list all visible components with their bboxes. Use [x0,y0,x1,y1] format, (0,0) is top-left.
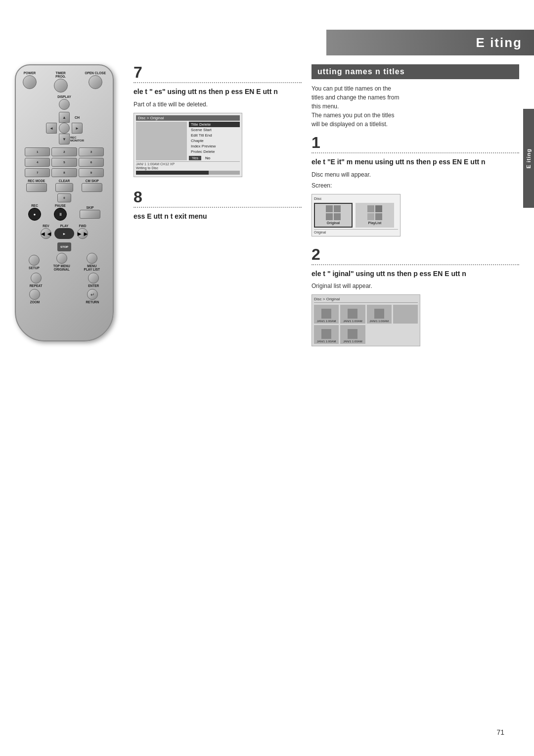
disc-menu-title: Disc [314,196,398,201]
dpad-up[interactable]: ▲ [59,112,70,123]
num-1-button[interactable]: 1 [25,147,50,156]
return-group: ↵ RETURN [86,289,99,304]
num-7-button[interactable]: 7 [25,168,50,177]
screen1-status: JAN/ 1 1:00AM CH12 XP [136,161,240,166]
top-menu-group: TOP MENU ORIGINAL [53,253,70,271]
num-0-button[interactable]: 0 [57,193,71,202]
right-intro: You can put title names on the titles an… [312,84,519,129]
side-tab: E iting [523,109,534,208]
item4-icon [400,312,410,322]
dpad-right[interactable]: ► [72,123,83,134]
fwd-button[interactable]: ►► [77,228,88,239]
repeat-enter-row: REPEAT ENTER [22,273,107,287]
rec-mode-button[interactable] [26,183,47,192]
orig-item-4 [393,305,418,324]
section2-divider [312,264,519,265]
rec-pause-row: REC ● PAUSE ⏸ SKIP [22,204,107,221]
zero-row: 0 [22,193,107,202]
section7-heading: ele t " es" using utt ns then p ess EN E… [134,87,302,97]
skip-group: SKIP [80,206,100,219]
screen1-menu-scene: Scene Start [189,127,240,133]
screen1-menu-index: Index Preview [189,143,240,149]
pause-button[interactable]: ⏸ [54,208,67,221]
screen1-content: Title Delete Scene Start Edit Titl End C… [136,122,240,160]
cm-skip-button[interactable] [82,183,102,192]
dpad-top-row: ▲ CH [46,112,83,123]
clear-group: CLEAR [55,179,73,192]
rec-mode-group: REC MODE [26,179,47,192]
stop-button[interactable]: STOP [57,242,71,251]
repeat-group: REPEAT [30,273,43,287]
remote-top-row: POWER TIMER PROG. OPEN CLOSE [20,70,109,94]
open-close-label: OPEN CLOSE [85,71,106,75]
stop-row: STOP [22,242,107,251]
plist-cell-1 [367,205,374,212]
return-button[interactable]: ↵ [87,289,98,300]
screen1-progress [136,171,240,175]
num-4-button[interactable]: 4 [25,158,50,167]
menu-playlist-group: MENU PLAY LIST [84,253,100,271]
timer-prog-button[interactable] [54,79,68,93]
play-group: PLAY ► [54,224,74,239]
section8-divider [134,207,302,208]
orig-list-mockup: Disc > Original JAN/1 1:00AM JAN/1 1:00A… [312,294,420,346]
rev-button[interactable]: ◄◄ [41,228,51,239]
repeat-button[interactable] [31,273,42,284]
orig-item-3: JAN/1 1:00AM [367,305,392,324]
page-title: E iting [476,35,522,50]
remote-bottom-rows: REC MODE CLEAR CM SKIP 0 [20,178,109,305]
setup-button[interactable] [29,255,40,266]
screen2-bottom-label: Original [314,229,398,234]
screen1-menu: Title Delete Scene Start Edit Titl End C… [189,122,240,160]
screen1-mockup: Disc > Original Title Delete Scene Start… [134,113,242,177]
play-button[interactable]: ► [54,228,74,239]
plist-cell-3 [367,213,374,220]
section1: 1 ele t "E it" m menu using utt ns then … [312,135,519,236]
power-label: POWER [24,71,36,75]
display-button[interactable] [59,99,70,110]
ch-label: CH [75,116,80,119]
num-9-button[interactable]: 9 [79,168,104,177]
disc-playlist-item: PlayList [356,203,394,228]
cm-skip-group: CM SKIP [82,179,102,192]
no-label: No [205,156,210,160]
main-content: 7 ele t " es" using utt ns then p ess EN… [134,64,302,224]
top-menu-button[interactable] [56,253,67,264]
screen1-yes-no: Yes No [189,156,240,160]
item5-icon [321,329,331,339]
num-5-button[interactable]: 5 [51,158,77,167]
num-2-button[interactable]: 2 [51,147,77,156]
return-label: RETURN [86,300,99,304]
section1-subtext: Disc menu will appear. [312,170,519,179]
menu-playlist-button[interactable] [87,253,97,264]
skip-button[interactable] [80,210,100,219]
remote-control: POWER TIMER PROG. OPEN CLOSE DISPLAY [15,64,124,351]
item3-label: JAN/1 1:00AM [369,320,389,323]
power-button[interactable] [23,75,37,89]
clear-button[interactable] [55,183,73,192]
num-6-button[interactable]: 6 [79,158,104,167]
dpad-left[interactable]: ◄ [46,123,57,134]
orig-item-2: JAN/1 1:00AM [340,305,365,324]
num-8-button[interactable]: 8 [51,168,77,177]
dpad-down[interactable]: ▼ [59,134,70,144]
disc-original-item: Original [314,203,353,228]
enter-button[interactable] [88,273,99,284]
zoom-return-row: ZOOM ↵ RETURN [22,289,107,304]
zoom-button[interactable] [29,289,40,300]
remote-body: POWER TIMER PROG. OPEN CLOSE DISPLAY [15,64,114,341]
disc-menu-mockup: Disc Original [312,194,400,236]
enter-label: ENTER [88,284,99,287]
grid-cell-3 [326,213,333,220]
dpad-center-btn[interactable] [59,123,70,134]
grid-cell-1 [326,205,333,212]
open-close-button[interactable] [89,75,102,89]
zoom-group: ZOOM [29,289,40,304]
rec-button[interactable]: ● [28,208,41,221]
timer-prog-label: TIMER PROG. [55,71,66,78]
section8-heading: ess E utt n t exit menu [134,212,302,222]
setup-group: SETUP [29,255,40,270]
plist-cell-2 [375,205,382,212]
screen1-menu-title-delete: Title Delete [189,122,240,127]
num-3-button[interactable]: 3 [79,147,104,156]
